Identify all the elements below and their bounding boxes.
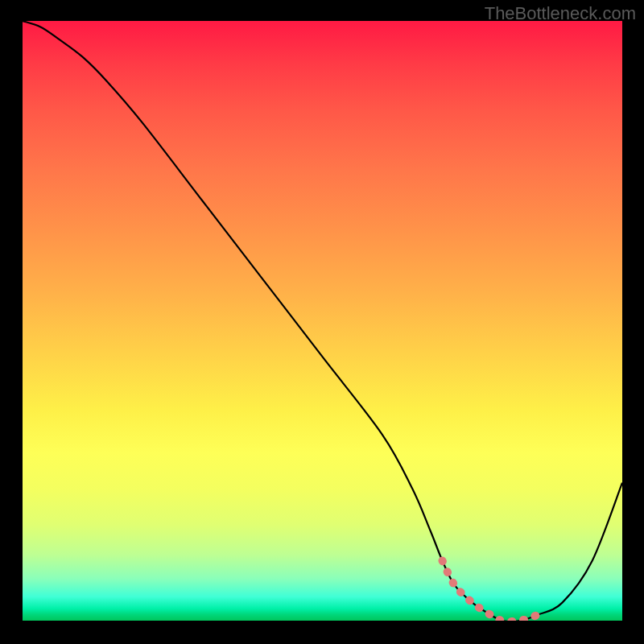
chart-container: TheBottleneck.com [0, 0, 644, 644]
watermark-text: TheBottleneck.com [485, 3, 636, 24]
chart-overlay [23, 21, 622, 621]
highlight-dots [443, 561, 539, 621]
curve-line [23, 21, 622, 621]
